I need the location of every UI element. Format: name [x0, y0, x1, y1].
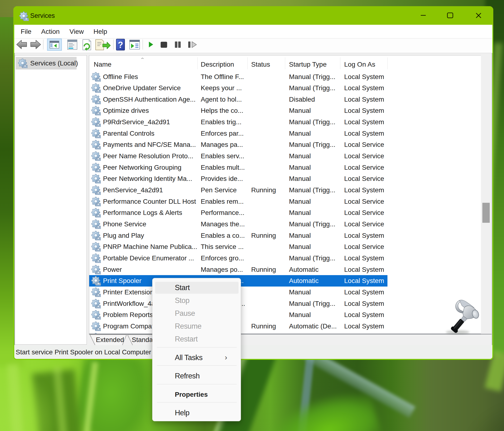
svg-text:?: ?: [118, 40, 123, 50]
